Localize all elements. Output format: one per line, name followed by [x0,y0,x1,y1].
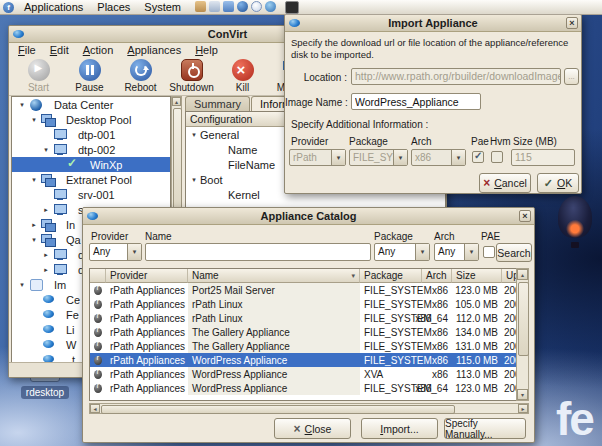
cancel-button[interactable]: × Cancel [479,173,531,193]
scroll-left-icon[interactable]: ◂ [90,404,100,413]
table-row[interactable]: rPath AppliancesrPath LinuxFILE_SYSTEMx8… [90,311,528,325]
table-row[interactable]: rPath AppliancesPort25 Mail ServerFILE_S… [90,283,528,297]
hvm-checkbox[interactable] [491,151,503,163]
table-row[interactable]: rPath AppliancesWordPress ApplianceFILE_… [90,353,528,367]
column-header-package[interactable]: Package [360,269,422,283]
table-horizontal-scrollbar[interactable]: ◂ ▸ [89,403,529,414]
table-cell: rPath Appliances [106,353,188,367]
shutdown-button[interactable]: Shutdown [168,59,215,93]
expander-icon[interactable]: ▾ [16,101,28,109]
screens-icon[interactable] [223,1,234,12]
menu-help[interactable]: Help [188,43,225,57]
pae-filter-checkbox[interactable] [483,246,495,258]
terminal-icon[interactable] [285,1,299,14]
expander-icon[interactable]: ▸ [40,266,52,274]
scrollbar-thumb[interactable] [518,282,529,356]
tree-item-dtp-002[interactable]: ▾dtp-002 [12,142,170,157]
expander-icon[interactable]: ▸ [40,206,52,214]
appliance-table: ProviderName▾PackageArchSizeUp rPath App… [89,268,529,401]
config-item-label: Kernel [228,189,260,201]
scroll-down-icon[interactable]: ▾ [517,389,528,400]
scroll-up-icon[interactable]: ▴ [172,97,181,106]
menu-appliances[interactable]: Appliances [120,43,188,57]
chevron-down-icon[interactable]: ▾ [127,244,141,260]
column-header-size[interactable]: Size [452,269,502,283]
catalog-titlebar[interactable]: Appliance Catalog × [83,208,534,225]
expander-icon[interactable]: ▾ [28,116,40,124]
import-button[interactable]: Import... [361,418,438,439]
mail-icon[interactable] [195,1,206,12]
expander-icon[interactable]: ▸ [28,221,40,229]
expander-icon[interactable]: ▾ [188,131,200,139]
pae-checkbox[interactable] [472,151,484,163]
scrollbar-thumb[interactable] [101,405,455,414]
tree-item-label: srv-001 [78,189,115,201]
table-row[interactable]: rPath AppliancesThe Gallery ApplianceFIL… [90,339,528,353]
notes-icon[interactable] [209,1,220,12]
arch-dropdown[interactable]: x86 ▾ [411,149,466,166]
provider-dropdown[interactable]: rPath ▾ [289,149,346,166]
expander-icon[interactable]: ▸ [40,251,52,259]
expander-icon[interactable]: ▾ [28,236,40,244]
table-vertical-scrollbar[interactable]: ▴ ▾ [516,268,529,401]
tree-item-desktop-pool[interactable]: ▾Desktop Pool [12,112,170,127]
expander-icon[interactable]: ▾ [28,176,40,184]
panel-menu-system[interactable]: System [138,0,187,14]
scrollbar-thumb[interactable] [173,108,182,218]
panel-menu-applications[interactable]: Applications [18,0,89,14]
image-name-field[interactable] [351,93,481,110]
menu-action[interactable]: Action [76,43,121,57]
location-field[interactable]: http://www.rpath.org/rbuilder/downloadIm… [351,68,561,85]
scroll-up-icon[interactable]: ▴ [517,269,528,280]
help-icon[interactable] [251,1,262,12]
store-icon [28,279,44,291]
menu-file[interactable]: File [11,43,43,57]
globe-icon[interactable] [237,1,248,12]
tree-item-label: dtp-001 [78,129,115,141]
close-button[interactable]: × Close [274,418,351,439]
chevron-down-icon[interactable]: ▾ [464,244,478,260]
expander-icon[interactable]: ▾ [16,281,28,289]
size-field[interactable]: 115 [511,149,575,166]
kill-button[interactable]: Kill [219,59,266,93]
chevron-down-icon[interactable]: ▾ [415,244,429,260]
tree-item-data-center[interactable]: ▾Data Center [12,97,170,112]
table-row[interactable]: rPath AppliancesWordPress ApplianceXVAx8… [90,367,528,381]
import-dialog-titlebar[interactable]: Import Appliance × [285,15,581,32]
specify-manually-button[interactable]: Specify Manually... [444,418,526,439]
ok-button[interactable]: ✓ OK [537,173,579,193]
table-row[interactable]: rPath AppliancesWordPress ApplianceFILE_… [90,381,528,395]
menu-edit[interactable]: Edit [43,43,76,57]
fedora-logo-icon[interactable]: f [3,2,14,13]
table-row[interactable]: rPath AppliancesrPath LinuxFILE_SYSTEMx8… [90,297,528,311]
tree-item-dtp-001[interactable]: dtp-001 [12,127,170,142]
package-dropdown[interactable]: FILE_SYSTEM ▾ [349,149,408,166]
close-icon[interactable]: × [566,17,578,29]
expander-icon[interactable]: ▾ [40,146,52,154]
tab-summary[interactable]: Summary [185,96,250,112]
tree-item-extranet-pool[interactable]: ▾Extranet Pool [12,172,170,187]
tree-item-winxp[interactable]: WinXp [12,157,170,172]
name-filter-input[interactable] [145,243,371,261]
arch-filter-dropdown[interactable]: Any ▾ [434,243,479,261]
search-button[interactable]: Search [496,243,532,262]
pause-button[interactable]: Pause [66,59,113,93]
column-header-icon[interactable] [90,269,106,283]
table-row[interactable]: rPath AppliancesThe Gallery ApplianceFIL… [90,325,528,339]
browse-button[interactable]: ... [564,68,579,85]
convirt-logo-icon [289,19,300,27]
package-filter-dropdown[interactable]: Any ▾ [374,243,430,261]
tree-item-label: dtp-002 [78,144,115,156]
column-header-arch[interactable]: Arch [422,269,452,283]
close-icon[interactable]: × [519,210,531,222]
tree-item-srv-001[interactable]: srv-001 [12,187,170,202]
scroll-right-icon[interactable]: ▸ [518,404,528,413]
column-header-provider[interactable]: Provider [106,269,188,283]
column-header-name[interactable]: Name▾ [188,269,360,283]
table-cell: rPath Appliances [106,381,188,395]
provider-filter-dropdown[interactable]: Any ▾ [89,243,142,261]
panel-menu-places[interactable]: Places [91,0,136,14]
reboot-button[interactable]: Reboot [117,59,164,93]
browser-icon[interactable] [265,1,276,12]
expander-icon[interactable]: ▾ [188,176,200,184]
